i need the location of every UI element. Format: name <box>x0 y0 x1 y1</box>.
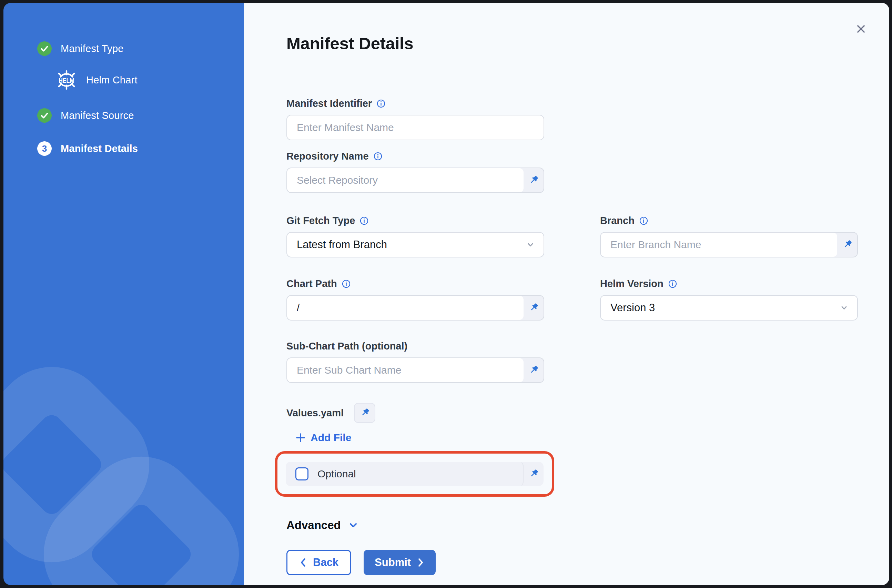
chevron-down-icon <box>839 303 849 313</box>
page-title: Manifest Details <box>286 34 889 53</box>
pin-toggle-button[interactable] <box>523 358 544 382</box>
git-fetch-type-group: Git Fetch Type Latest from Branch <box>286 215 544 258</box>
annotation-highlight-box: Optional <box>275 451 554 496</box>
helm-icon: HELM <box>54 69 79 91</box>
step-manifest-details[interactable]: 3 Manifest Details <box>37 141 244 156</box>
pin-icon <box>527 364 540 376</box>
close-button[interactable] <box>853 21 869 37</box>
add-file-button[interactable]: Add File <box>295 432 351 444</box>
branch-group: Branch <box>600 215 858 258</box>
values-yaml-pin-button[interactable] <box>354 403 375 423</box>
values-yaml-row: Values.yaml <box>286 403 873 423</box>
info-icon[interactable] <box>373 152 382 161</box>
sub-chart-path-field <box>286 357 544 383</box>
pin-icon <box>527 302 540 314</box>
submit-button-label: Submit <box>375 556 411 569</box>
advanced-label: Advanced <box>286 519 341 532</box>
harness-logo-watermark <box>3 340 244 585</box>
pin-icon <box>358 407 371 419</box>
step-label: Helm Chart <box>86 75 138 86</box>
info-icon[interactable] <box>668 279 677 288</box>
check-circle-icon <box>37 108 52 123</box>
manifest-identifier-label: Manifest Identifier <box>286 98 372 109</box>
pin-toggle-button[interactable] <box>523 168 544 192</box>
chart-path-field <box>286 295 544 321</box>
pin-toggle-button[interactable] <box>523 462 544 486</box>
chevron-down-icon <box>348 520 359 531</box>
repository-name-label: Repository Name <box>286 151 369 162</box>
close-icon <box>855 23 867 35</box>
git-fetch-type-label: Git Fetch Type <box>286 215 355 226</box>
step-number-badge: 3 <box>37 141 52 156</box>
step-label: Manifest Type <box>61 43 124 54</box>
manifest-wizard-modal: Manifest Type HELM Helm <box>3 3 889 585</box>
advanced-toggle[interactable]: Advanced <box>286 519 359 532</box>
manifest-identifier-group: Manifest Identifier <box>286 98 544 140</box>
values-yaml-label: Values.yaml <box>286 407 343 419</box>
optional-checkbox[interactable] <box>295 467 309 480</box>
chart-path-group: Chart Path <box>286 278 544 321</box>
pin-icon <box>527 468 540 480</box>
branch-field <box>600 232 858 258</box>
step-label: Manifest Details <box>61 143 138 154</box>
back-button-label: Back <box>313 556 339 569</box>
chevron-left-icon <box>299 557 307 568</box>
optional-label: Optional <box>318 468 356 480</box>
helm-version-value: Version 3 <box>610 302 655 314</box>
wizard-actions: Back Submit <box>286 550 873 575</box>
chart-path-label: Chart Path <box>286 278 337 290</box>
manifest-identifier-input[interactable] <box>297 122 534 134</box>
manifest-details-form: Manifest Identifier Repository Name <box>286 98 873 575</box>
pin-toggle-button[interactable] <box>523 296 544 320</box>
sub-chart-path-input[interactable] <box>297 364 514 376</box>
chart-path-input[interactable] <box>297 302 514 314</box>
info-icon[interactable] <box>639 216 648 225</box>
submit-button[interactable]: Submit <box>364 550 436 575</box>
back-button[interactable]: Back <box>286 550 351 575</box>
step-label: Manifest Source <box>61 110 134 122</box>
helm-version-group: Helm Version Version 3 <box>600 278 858 321</box>
sub-chart-path-group: Sub-Chart Path (optional) <box>286 340 544 383</box>
plus-icon <box>295 432 306 443</box>
git-fetch-type-value: Latest from Branch <box>297 238 387 251</box>
manifest-details-panel: Manifest Details Manifest Identifier <box>244 3 889 585</box>
pin-icon <box>841 238 853 251</box>
info-icon[interactable] <box>360 216 369 225</box>
wizard-sidebar: Manifest Type HELM Helm <box>3 3 244 585</box>
wizard-steps: Manifest Type HELM Helm <box>3 3 244 156</box>
repository-name-input[interactable] <box>297 174 514 186</box>
add-file-label: Add File <box>310 432 351 444</box>
check-circle-icon <box>37 41 52 56</box>
chevron-down-icon <box>526 240 535 249</box>
pin-icon <box>527 174 540 186</box>
step-manifest-type[interactable]: Manifest Type <box>37 41 244 56</box>
git-fetch-type-select[interactable]: Latest from Branch <box>286 232 544 258</box>
svg-text:HELM: HELM <box>58 77 74 84</box>
step-manifest-source[interactable]: Manifest Source <box>37 108 244 123</box>
info-icon[interactable] <box>376 99 386 108</box>
info-icon[interactable] <box>342 279 351 288</box>
branch-label: Branch <box>600 215 634 226</box>
repository-name-field <box>286 168 544 193</box>
sub-chart-path-label: Sub-Chart Path (optional) <box>286 340 408 352</box>
helm-version-select[interactable]: Version 3 <box>600 295 858 321</box>
step-helm-chart[interactable]: HELM Helm Chart <box>37 68 244 92</box>
manifest-identifier-field <box>286 115 544 140</box>
chevron-right-icon <box>416 557 425 568</box>
optional-field: Optional <box>286 462 544 486</box>
repository-name-group: Repository Name <box>286 151 544 193</box>
helm-version-label: Helm Version <box>600 278 664 290</box>
branch-input[interactable] <box>610 239 828 250</box>
pin-toggle-button[interactable] <box>837 232 857 257</box>
